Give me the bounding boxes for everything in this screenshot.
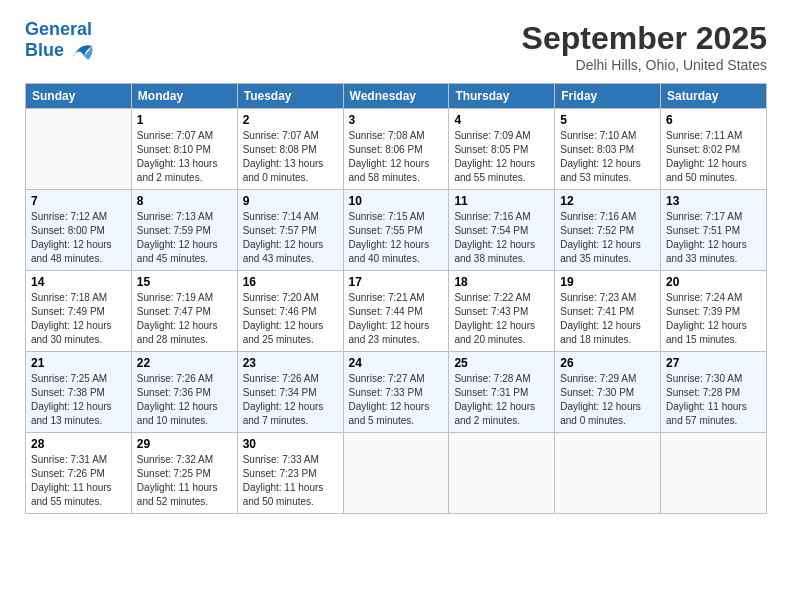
day-info: Sunrise: 7:22 AMSunset: 7:43 PMDaylight:… <box>454 291 549 347</box>
day-header-tuesday: Tuesday <box>237 84 343 109</box>
day-info: Sunrise: 7:13 AMSunset: 7:59 PMDaylight:… <box>137 210 232 266</box>
day-number: 26 <box>560 356 655 370</box>
day-number: 11 <box>454 194 549 208</box>
day-number: 20 <box>666 275 761 289</box>
day-info: Sunrise: 7:19 AMSunset: 7:47 PMDaylight:… <box>137 291 232 347</box>
calendar-cell: 15Sunrise: 7:19 AMSunset: 7:47 PMDayligh… <box>131 271 237 352</box>
day-number: 10 <box>349 194 444 208</box>
day-number: 6 <box>666 113 761 127</box>
day-number: 17 <box>349 275 444 289</box>
day-info: Sunrise: 7:07 AMSunset: 8:08 PMDaylight:… <box>243 129 338 185</box>
calendar-cell: 10Sunrise: 7:15 AMSunset: 7:55 PMDayligh… <box>343 190 449 271</box>
calendar-cell: 8Sunrise: 7:13 AMSunset: 7:59 PMDaylight… <box>131 190 237 271</box>
day-info: Sunrise: 7:29 AMSunset: 7:30 PMDaylight:… <box>560 372 655 428</box>
calendar-cell: 30Sunrise: 7:33 AMSunset: 7:23 PMDayligh… <box>237 433 343 514</box>
day-info: Sunrise: 7:11 AMSunset: 8:02 PMDaylight:… <box>666 129 761 185</box>
calendar-cell: 25Sunrise: 7:28 AMSunset: 7:31 PMDayligh… <box>449 352 555 433</box>
day-info: Sunrise: 7:32 AMSunset: 7:25 PMDaylight:… <box>137 453 232 509</box>
calendar-cell: 24Sunrise: 7:27 AMSunset: 7:33 PMDayligh… <box>343 352 449 433</box>
day-info: Sunrise: 7:24 AMSunset: 7:39 PMDaylight:… <box>666 291 761 347</box>
day-info: Sunrise: 7:25 AMSunset: 7:38 PMDaylight:… <box>31 372 126 428</box>
day-number: 8 <box>137 194 232 208</box>
calendar-cell: 9Sunrise: 7:14 AMSunset: 7:57 PMDaylight… <box>237 190 343 271</box>
calendar-cell <box>26 109 132 190</box>
day-number: 7 <box>31 194 126 208</box>
day-header-saturday: Saturday <box>661 84 767 109</box>
logo: General Blue <box>25 20 94 62</box>
day-number: 29 <box>137 437 232 451</box>
day-header-thursday: Thursday <box>449 84 555 109</box>
day-number: 9 <box>243 194 338 208</box>
day-info: Sunrise: 7:16 AMSunset: 7:52 PMDaylight:… <box>560 210 655 266</box>
calendar-cell: 17Sunrise: 7:21 AMSunset: 7:44 PMDayligh… <box>343 271 449 352</box>
month-title: September 2025 <box>522 20 767 57</box>
week-row-5: 28Sunrise: 7:31 AMSunset: 7:26 PMDayligh… <box>26 433 767 514</box>
day-number: 22 <box>137 356 232 370</box>
calendar-cell: 26Sunrise: 7:29 AMSunset: 7:30 PMDayligh… <box>555 352 661 433</box>
calendar-cell: 14Sunrise: 7:18 AMSunset: 7:49 PMDayligh… <box>26 271 132 352</box>
day-number: 21 <box>31 356 126 370</box>
day-number: 25 <box>454 356 549 370</box>
day-number: 14 <box>31 275 126 289</box>
day-header-wednesday: Wednesday <box>343 84 449 109</box>
calendar-header-row: SundayMondayTuesdayWednesdayThursdayFrid… <box>26 84 767 109</box>
day-number: 30 <box>243 437 338 451</box>
calendar-cell: 21Sunrise: 7:25 AMSunset: 7:38 PMDayligh… <box>26 352 132 433</box>
calendar-table: SundayMondayTuesdayWednesdayThursdayFrid… <box>25 83 767 514</box>
day-info: Sunrise: 7:08 AMSunset: 8:06 PMDaylight:… <box>349 129 444 185</box>
calendar-cell: 6Sunrise: 7:11 AMSunset: 8:02 PMDaylight… <box>661 109 767 190</box>
day-number: 2 <box>243 113 338 127</box>
day-info: Sunrise: 7:27 AMSunset: 7:33 PMDaylight:… <box>349 372 444 428</box>
day-info: Sunrise: 7:23 AMSunset: 7:41 PMDaylight:… <box>560 291 655 347</box>
day-info: Sunrise: 7:17 AMSunset: 7:51 PMDaylight:… <box>666 210 761 266</box>
title-block: September 2025 Delhi Hills, Ohio, United… <box>522 20 767 73</box>
day-number: 18 <box>454 275 549 289</box>
day-info: Sunrise: 7:09 AMSunset: 8:05 PMDaylight:… <box>454 129 549 185</box>
calendar-cell: 5Sunrise: 7:10 AMSunset: 8:03 PMDaylight… <box>555 109 661 190</box>
day-number: 23 <box>243 356 338 370</box>
calendar-cell: 19Sunrise: 7:23 AMSunset: 7:41 PMDayligh… <box>555 271 661 352</box>
calendar-cell: 13Sunrise: 7:17 AMSunset: 7:51 PMDayligh… <box>661 190 767 271</box>
calendar-cell: 20Sunrise: 7:24 AMSunset: 7:39 PMDayligh… <box>661 271 767 352</box>
day-header-monday: Monday <box>131 84 237 109</box>
calendar-cell: 29Sunrise: 7:32 AMSunset: 7:25 PMDayligh… <box>131 433 237 514</box>
calendar-cell: 4Sunrise: 7:09 AMSunset: 8:05 PMDaylight… <box>449 109 555 190</box>
calendar-cell <box>661 433 767 514</box>
day-header-friday: Friday <box>555 84 661 109</box>
location: Delhi Hills, Ohio, United States <box>522 57 767 73</box>
day-number: 4 <box>454 113 549 127</box>
day-number: 3 <box>349 113 444 127</box>
day-info: Sunrise: 7:16 AMSunset: 7:54 PMDaylight:… <box>454 210 549 266</box>
calendar-cell: 12Sunrise: 7:16 AMSunset: 7:52 PMDayligh… <box>555 190 661 271</box>
page-header: General Blue September 2025 Delhi Hills,… <box>25 20 767 73</box>
day-info: Sunrise: 7:21 AMSunset: 7:44 PMDaylight:… <box>349 291 444 347</box>
day-number: 15 <box>137 275 232 289</box>
day-number: 1 <box>137 113 232 127</box>
day-info: Sunrise: 7:26 AMSunset: 7:34 PMDaylight:… <box>243 372 338 428</box>
calendar-cell: 16Sunrise: 7:20 AMSunset: 7:46 PMDayligh… <box>237 271 343 352</box>
calendar-cell: 28Sunrise: 7:31 AMSunset: 7:26 PMDayligh… <box>26 433 132 514</box>
day-info: Sunrise: 7:26 AMSunset: 7:36 PMDaylight:… <box>137 372 232 428</box>
calendar-cell: 11Sunrise: 7:16 AMSunset: 7:54 PMDayligh… <box>449 190 555 271</box>
week-row-4: 21Sunrise: 7:25 AMSunset: 7:38 PMDayligh… <box>26 352 767 433</box>
week-row-2: 7Sunrise: 7:12 AMSunset: 8:00 PMDaylight… <box>26 190 767 271</box>
calendar-cell: 22Sunrise: 7:26 AMSunset: 7:36 PMDayligh… <box>131 352 237 433</box>
day-number: 13 <box>666 194 761 208</box>
day-info: Sunrise: 7:31 AMSunset: 7:26 PMDaylight:… <box>31 453 126 509</box>
day-number: 19 <box>560 275 655 289</box>
week-row-1: 1Sunrise: 7:07 AMSunset: 8:10 PMDaylight… <box>26 109 767 190</box>
day-number: 28 <box>31 437 126 451</box>
day-info: Sunrise: 7:12 AMSunset: 8:00 PMDaylight:… <box>31 210 126 266</box>
calendar-cell <box>449 433 555 514</box>
logo-icon <box>66 40 94 62</box>
day-info: Sunrise: 7:07 AMSunset: 8:10 PMDaylight:… <box>137 129 232 185</box>
day-number: 12 <box>560 194 655 208</box>
day-info: Sunrise: 7:30 AMSunset: 7:28 PMDaylight:… <box>666 372 761 428</box>
calendar-cell: 27Sunrise: 7:30 AMSunset: 7:28 PMDayligh… <box>661 352 767 433</box>
calendar-cell: 1Sunrise: 7:07 AMSunset: 8:10 PMDaylight… <box>131 109 237 190</box>
day-number: 27 <box>666 356 761 370</box>
day-number: 24 <box>349 356 444 370</box>
calendar-cell: 3Sunrise: 7:08 AMSunset: 8:06 PMDaylight… <box>343 109 449 190</box>
logo-text-blue: Blue <box>25 41 64 61</box>
calendar-cell <box>555 433 661 514</box>
